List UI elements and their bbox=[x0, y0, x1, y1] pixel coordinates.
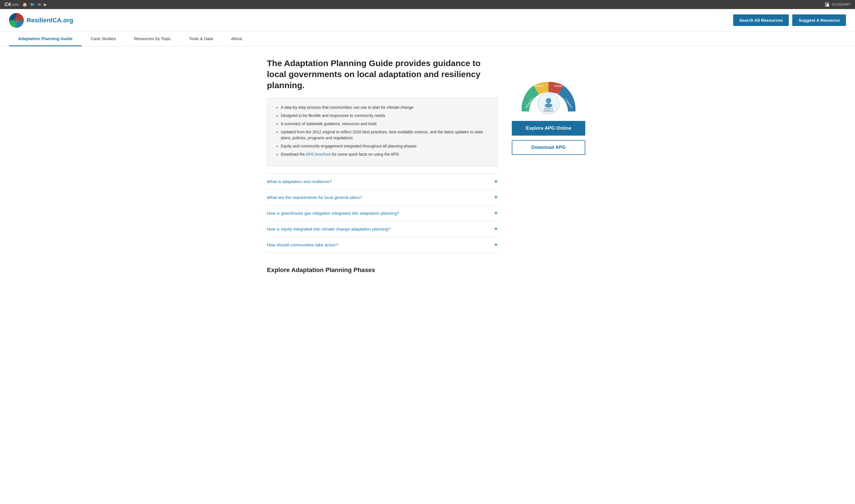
info-item-6: Download the APG brochure for some quick… bbox=[281, 151, 489, 157]
faq-plus-1: + bbox=[494, 178, 498, 185]
svg-text:Monitor,: Monitor, bbox=[560, 100, 566, 102]
logo-resilient: Resilient bbox=[27, 17, 53, 24]
faq-item-3[interactable]: How is greenhouse gas mitigation integra… bbox=[267, 205, 498, 221]
social-icons: 🏠 🐦 ✉ ▶ bbox=[22, 2, 47, 7]
faq-question-2: What are the requirements for local gene… bbox=[267, 195, 362, 200]
home-icon[interactable]: 🏠 bbox=[22, 2, 27, 7]
svg-text:Implement,: Implement, bbox=[559, 98, 568, 100]
faq-question-3: How is greenhouse gas mitigation integra… bbox=[267, 211, 399, 216]
faq-question-5: How should communities take action? bbox=[267, 242, 338, 247]
svg-text:Evaluate,: Evaluate, bbox=[560, 102, 566, 104]
header-buttons: Search All Resources Suggest A Resource bbox=[733, 14, 846, 26]
bottom-section: Explore Adaptation Planning Phases bbox=[267, 266, 588, 274]
info-item-3: A summary of statewide guidance, resourc… bbox=[281, 121, 489, 127]
info-item-1: A step-by-step process that communities … bbox=[281, 105, 489, 110]
site-header: 🐻 ResilientCA.org Search All Resources S… bbox=[0, 9, 855, 32]
svg-text:Adaptation: Adaptation bbox=[553, 95, 560, 96]
site-logo[interactable]: 🐻 ResilientCA.org bbox=[9, 13, 73, 28]
logo-ca: CA bbox=[53, 17, 62, 24]
search-all-resources-button[interactable]: Search All Resources bbox=[733, 14, 789, 26]
faq-item-2[interactable]: What are the requirements for local gene… bbox=[267, 189, 498, 205]
faq-question-4: How is equity integrated into climate ch… bbox=[267, 227, 390, 231]
svg-text:Explore,: Explore, bbox=[531, 98, 537, 100]
svg-text:Define, and: Define, and bbox=[529, 100, 538, 102]
glossary-link[interactable]: 📋 GLOSSARY bbox=[825, 2, 851, 6]
site-name: ResilientCA.org bbox=[27, 17, 73, 24]
svg-text:Vulnerability: Vulnerability bbox=[536, 96, 545, 98]
bottom-section-title: Explore Adaptation Planning Phases bbox=[267, 266, 588, 274]
svg-point-5 bbox=[546, 98, 551, 103]
faq-question-1: What is adaptation and resilience? bbox=[267, 179, 332, 184]
ca-gov-logo[interactable]: CA.GOV bbox=[4, 2, 19, 7]
faq-section: What is adaptation and resilience? + Wha… bbox=[267, 174, 498, 253]
explore-apg-button[interactable]: Explore APG Online bbox=[512, 121, 585, 136]
nav-about[interactable]: About bbox=[222, 32, 251, 46]
hero-right: PHASE 1 PHASE 2 PHASE 3 PHASE 4 Explore,… bbox=[509, 58, 588, 155]
hero-title: The Adaptation Planning Guide provides g… bbox=[267, 58, 498, 91]
svg-text:🐻: 🐻 bbox=[14, 18, 19, 23]
svg-point-6 bbox=[545, 103, 553, 108]
info-item-4: Updated from the 2012 original to reflec… bbox=[281, 129, 489, 141]
gov-bar: CA.GOV 🏠 🐦 ✉ ▶ 📋 GLOSSARY bbox=[0, 0, 855, 9]
faq-item-1[interactable]: What is adaptation and resilience? + bbox=[267, 174, 498, 189]
nav-tools-data[interactable]: Tools & Data bbox=[180, 32, 222, 46]
phase-diagram-svg: PHASE 1 PHASE 2 PHASE 3 PHASE 4 Explore,… bbox=[512, 58, 585, 114]
faq-plus-2: + bbox=[494, 194, 498, 201]
svg-text:PHASE 3: PHASE 3 bbox=[554, 85, 563, 87]
glossary-label: GLOSSARY bbox=[832, 2, 851, 6]
download-apg-button[interactable]: Download APG bbox=[512, 140, 585, 155]
svg-text:Define: Define bbox=[554, 93, 559, 94]
suggest-resource-button[interactable]: Suggest A Resource bbox=[792, 14, 846, 26]
hero-left: The Adaptation Planning Guide provides g… bbox=[267, 58, 498, 253]
youtube-icon[interactable]: ▶ bbox=[44, 2, 47, 7]
svg-text:& Adjust: & Adjust bbox=[560, 104, 566, 106]
main-content: The Adaptation Planning Guide provides g… bbox=[258, 46, 597, 285]
logo-svg: 🐻 bbox=[9, 13, 24, 28]
logo-circle: 🐻 bbox=[9, 13, 24, 28]
svg-text:Initiate: Initiate bbox=[531, 102, 536, 104]
info-box: A step-by-step process that communities … bbox=[267, 97, 498, 167]
nav-case-studies[interactable]: Case Studies bbox=[82, 32, 125, 46]
svg-text:Outreach &: Outreach & bbox=[544, 108, 553, 110]
faq-plus-4: + bbox=[494, 226, 498, 232]
main-nav: Adaptation Planning Guide Case Studies R… bbox=[0, 32, 855, 46]
info-item-5: Equity and community engagement integrat… bbox=[281, 143, 489, 149]
twitter-icon[interactable]: 🐦 bbox=[30, 2, 35, 7]
info-list: A step-by-step process that communities … bbox=[275, 105, 489, 157]
faq-item-5[interactable]: How should communities take action? + bbox=[267, 237, 498, 253]
page-hero: The Adaptation Planning Guide provides g… bbox=[267, 58, 588, 253]
svg-text:Engagement: Engagement bbox=[544, 110, 553, 112]
nav-adaptation-planning-guide[interactable]: Adaptation Planning Guide bbox=[9, 32, 82, 46]
logo-org: .org bbox=[62, 17, 73, 24]
nav-resources-by-topic[interactable]: Resources by Topic bbox=[125, 32, 180, 46]
svg-text:Assess: Assess bbox=[538, 94, 543, 95]
gov-bar-left: CA.GOV 🏠 🐦 ✉ ▶ bbox=[4, 2, 47, 7]
email-icon[interactable]: ✉ bbox=[38, 2, 41, 7]
phase-diagram: PHASE 1 PHASE 2 PHASE 3 PHASE 4 Explore,… bbox=[512, 58, 585, 114]
glossary-icon: 📋 bbox=[825, 2, 829, 6]
svg-text:PHASE 2: PHASE 2 bbox=[534, 85, 543, 87]
faq-plus-3: + bbox=[494, 210, 498, 216]
info-item-2: Designed to be flexible and responsive t… bbox=[281, 113, 489, 119]
faq-item-4[interactable]: How is equity integrated into climate ch… bbox=[267, 221, 498, 237]
apg-brochure-link[interactable]: APG brochure bbox=[306, 152, 331, 157]
faq-plus-5: + bbox=[494, 241, 498, 248]
